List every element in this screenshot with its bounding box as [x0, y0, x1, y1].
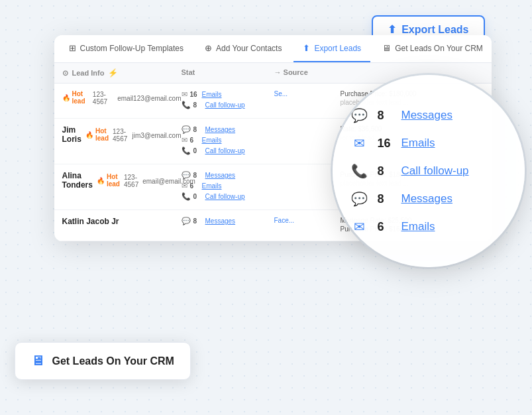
stat-col-1: ✉ 16 Emails 📞 8 Call follow-up — [182, 90, 274, 111]
crm-card[interactable]: 🖥 Get Leads On Your CRM — [15, 342, 191, 380]
stat-emails-1: ✉ 16 Emails — [182, 90, 274, 99]
tab-icon-followup: ⊞ — [69, 43, 76, 53]
msg-icon: 💬 — [182, 125, 191, 134]
tab-bar: ⊞ Custom Follow-Up Templates ⊕ Add Your … — [54, 35, 492, 63]
mag-email-icon: ✉ — [351, 135, 368, 151]
call-link-2[interactable]: Call follow-up — [205, 147, 245, 154]
stat-msgs-4: 💬 8 Messages — [182, 217, 274, 225]
lead-email-2: jim3@email.com — [132, 132, 181, 139]
mag-msg-icon-2: 💬 — [351, 191, 368, 207]
upload-icon: ⬆ — [388, 23, 396, 36]
mag-messages-link-2[interactable]: Messages — [401, 192, 452, 206]
stat-col-2: 💬 8 Messages ✉ 6 Emails 📞 0 Call follow-… — [182, 125, 274, 157]
mag-item-call: 📞 8 Call follow-up — [351, 163, 506, 179]
emails-link-3[interactable]: Emails — [202, 182, 222, 190]
tab-get-leads-crm[interactable]: 🖥 Get Leads On Your CRM — [373, 35, 491, 62]
tab-label-followup: Custom Follow-Up Templates — [80, 44, 184, 53]
email-icon: ✉ — [182, 136, 187, 145]
tab-label-contacts: Add Your Contacts — [216, 44, 282, 53]
mag-phone-icon: 📞 — [351, 163, 368, 179]
msg-icon: 💬 — [182, 171, 191, 180]
mag-messages-link-1[interactable]: Messages — [401, 109, 452, 122]
tab-label-crm: Get Leads On Your CRM — [395, 44, 483, 53]
source-col-4: Face... — [274, 217, 341, 224]
filter-icon[interactable]: ⚡ — [108, 68, 118, 78]
lead-icon: ⊙ — [62, 69, 68, 78]
mag-item-emails-2: ✉ 6 Emails — [351, 219, 506, 235]
lead-phone-3: 123-4567 — [124, 174, 138, 188]
stat-col-3: 💬 8 Messages ✉ 6 Emails 📞 0 Call follow-… — [182, 171, 274, 203]
magnifier-overlay: 💬 8 Messages ✉ 16 Emails 📞 8 Call follow… — [333, 75, 525, 267]
mag-emails-link[interactable]: Emails — [401, 137, 435, 150]
lead-email-1: email123@email.com — [117, 95, 181, 102]
stat-msgs-3: 💬 8 Messages — [182, 171, 274, 180]
col-lead-info: ⊙ Lead Info ⚡ — [62, 68, 182, 78]
crm-card-label: Get Leads On Your CRM — [52, 355, 174, 367]
tab-label-export: Export Leads — [314, 44, 361, 53]
mag-item-messages-2: 💬 8 Messages — [351, 191, 506, 207]
stat-col-4: 💬 8 Messages — [182, 217, 274, 227]
source-col-1: Se... — [274, 90, 341, 97]
msg-icon: 💬 — [182, 217, 191, 225]
stat-emails-3: ✉ 6 Emails — [182, 182, 274, 190]
msgs-link-4[interactable]: Messages — [205, 217, 236, 225]
col-source: → Source — [274, 68, 341, 78]
export-leads-label: Export Leads — [401, 24, 468, 36]
lead-info-2: Jim Loris 🔥 Hot lead 123-4567 jim3@email… — [62, 125, 182, 145]
lead-name-4: Katlin Jacob Jr — [62, 217, 119, 226]
email-icon: ✉ — [182, 182, 187, 190]
mag-item-messages-1: 💬 8 Messages — [351, 107, 506, 123]
msgs-link-2[interactable]: Messages — [205, 126, 236, 133]
main-container: ⬆ Export Leads ⊞ Custom Follow-Up Templa… — [15, 15, 518, 400]
tab-icon-contacts: ⊕ — [205, 43, 212, 53]
emails-link-2[interactable]: Emails — [202, 137, 222, 144]
mag-call-link[interactable]: Call follow-up — [401, 164, 469, 178]
stat-call-1: 📞 8 Call follow-up — [182, 101, 274, 109]
tab-icon-export: ⬆ — [303, 43, 310, 53]
email-icon: ✉ — [182, 90, 187, 99]
lead-info-4: Katlin Jacob Jr — [62, 217, 182, 227]
lead-info-3: Alina Tonders 🔥 Hot lead 123-4567 email@… — [62, 171, 182, 191]
lead-name-2: Jim Loris — [62, 125, 82, 144]
lead-info-1: 🔥 Hot lead 123-4567 email123@email.com — [62, 90, 182, 106]
tab-icon-crm: 🖥 — [382, 43, 391, 53]
crm-monitor-icon: 🖥 — [31, 353, 44, 369]
hot-lead-badge-3: 🔥 Hot lead — [97, 173, 120, 188]
phone-icon: 📞 — [182, 192, 191, 201]
msgs-link-3[interactable]: Messages — [205, 172, 236, 179]
mag-emails-link-2[interactable]: Emails — [401, 220, 435, 233]
stat-emails-2: ✉ 6 Emails — [182, 136, 274, 145]
tab-export-leads[interactable]: ⬆ Export Leads — [293, 35, 370, 62]
col-stat: Stat — [182, 68, 274, 78]
stat-msgs-2: 💬 8 Messages — [182, 125, 274, 134]
emails-link-1[interactable]: Emails — [202, 91, 222, 98]
lead-name-3: Alina Tonders — [62, 171, 93, 190]
hot-lead-badge-2: 🔥 Hot lead — [85, 127, 109, 142]
lead-phone-2: 123-4567 — [113, 128, 128, 143]
call-link-3[interactable]: Call follow-up — [205, 193, 245, 200]
tab-add-contacts[interactable]: ⊕ Add Your Contacts — [195, 35, 291, 62]
call-link-1[interactable]: Call follow-up — [205, 101, 245, 109]
phone-icon: 📞 — [182, 101, 191, 109]
hot-lead-badge-1: 🔥 Hot lead — [62, 90, 89, 105]
tab-custom-followup[interactable]: ⊞ Custom Follow-Up Templates — [60, 35, 193, 62]
stat-call-3: 📞 0 Call follow-up — [182, 192, 274, 201]
lead-phone-1: 123-4567 — [93, 91, 113, 105]
stat-call-2: 📞 0 Call follow-up — [182, 147, 274, 155]
mag-item-emails: ✉ 16 Emails — [351, 135, 506, 151]
phone-icon: 📞 — [182, 147, 191, 155]
